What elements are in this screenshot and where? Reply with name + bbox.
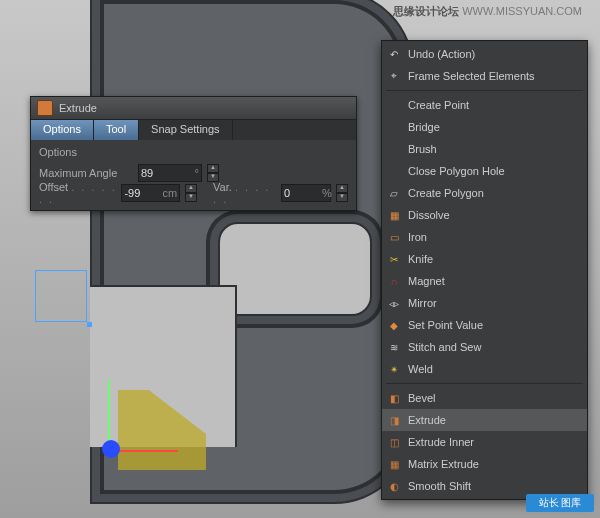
- dialog-title: Extrude: [59, 102, 97, 114]
- extrude-icon: ◨: [386, 412, 402, 428]
- dialog-titlebar[interactable]: Extrude: [31, 97, 356, 120]
- menu-mirror[interactable]: ◃▹Mirror: [382, 292, 587, 314]
- matrix-extrude-icon: ▦: [386, 456, 402, 472]
- menu-bridge[interactable]: Bridge: [382, 116, 587, 138]
- menu-weld[interactable]: ✴Weld: [382, 358, 587, 380]
- menu-frame-selected[interactable]: ⌖Frame Selected Elements: [382, 65, 587, 87]
- tab-snap-settings[interactable]: Snap Settings: [139, 120, 233, 140]
- menu-knife[interactable]: ✂Knife: [382, 248, 587, 270]
- section-label: Options: [39, 146, 348, 158]
- menu-close-polygon-hole[interactable]: Close Polygon Hole: [382, 160, 587, 182]
- axis-gizmo[interactable]: [100, 380, 180, 490]
- camera-frame-indicator: [35, 270, 87, 322]
- tab-options[interactable]: Options: [31, 120, 94, 140]
- create-poly-icon: ▱: [386, 185, 402, 201]
- extrude-dialog[interactable]: Extrude Options Tool Snap Settings Optio…: [30, 96, 357, 211]
- var-spinner[interactable]: ▲▼: [336, 184, 348, 202]
- menu-set-point-value[interactable]: ◆Set Point Value: [382, 314, 587, 336]
- var-label: Var. . . . . . .: [213, 181, 277, 205]
- iron-icon: ▭: [386, 229, 402, 245]
- menu-separator: [386, 383, 583, 384]
- menu-undo[interactable]: ↶Undo (Action): [382, 43, 587, 65]
- menu-dissolve[interactable]: ▦Dissolve: [382, 204, 587, 226]
- var-field[interactable]: %: [281, 184, 331, 202]
- set-point-icon: ◆: [386, 317, 402, 333]
- max-angle-label: Maximum Angle: [39, 167, 134, 179]
- menu-stitch-and-sew[interactable]: ≋Stitch and Sew: [382, 336, 587, 358]
- bridge-icon: [386, 119, 402, 135]
- bevel-icon: ◧: [386, 390, 402, 406]
- menu-magnet[interactable]: ∩Magnet: [382, 270, 587, 292]
- menu-create-point[interactable]: Create Point: [382, 94, 587, 116]
- menu-extrude[interactable]: ◨Extrude: [382, 409, 587, 431]
- corner-stamp: 站长 图库: [526, 494, 594, 512]
- stitch-icon: ≋: [386, 339, 402, 355]
- mirror-icon: ◃▹: [386, 295, 402, 311]
- extrude-inner-icon: ◫: [386, 434, 402, 450]
- var-input[interactable]: [282, 187, 322, 199]
- context-menu[interactable]: ↶Undo (Action) ⌖Frame Selected Elements …: [381, 40, 588, 500]
- menu-matrix-extrude[interactable]: ▦Matrix Extrude: [382, 453, 587, 475]
- magnet-icon: ∩: [386, 273, 402, 289]
- menu-bevel[interactable]: ◧Bevel: [382, 387, 587, 409]
- max-angle-input[interactable]: [139, 167, 195, 179]
- var-unit: %: [322, 187, 334, 199]
- offset-label: Offset . . . . . . .: [39, 181, 117, 205]
- menu-brush[interactable]: Brush: [382, 138, 587, 160]
- mesh-hole: [218, 222, 372, 316]
- offset-spinner[interactable]: ▲▼: [185, 184, 197, 202]
- watermark: 思缘设计论坛 WWW.MISSYUAN.COM: [393, 4, 582, 19]
- dialog-tabs: Options Tool Snap Settings: [31, 120, 356, 140]
- frame-icon: ⌖: [386, 68, 402, 84]
- offset-input[interactable]: [122, 187, 162, 199]
- menu-create-polygon[interactable]: ▱Create Polygon: [382, 182, 587, 204]
- menu-separator: [386, 90, 583, 91]
- smooth-shift-icon: ◐: [386, 478, 402, 494]
- max-angle-unit: °: [195, 167, 201, 179]
- menu-iron[interactable]: ▭Iron: [382, 226, 587, 248]
- max-angle-spinner[interactable]: ▲▼: [207, 164, 219, 182]
- brush-icon: [386, 141, 402, 157]
- close-poly-icon: [386, 163, 402, 179]
- tab-tool[interactable]: Tool: [94, 120, 139, 140]
- create-point-icon: [386, 97, 402, 113]
- undo-icon: ↶: [386, 46, 402, 62]
- axis-origin-handle[interactable]: [102, 440, 120, 458]
- offset-field[interactable]: cm: [121, 184, 180, 202]
- weld-icon: ✴: [386, 361, 402, 377]
- menu-extrude-inner[interactable]: ◫Extrude Inner: [382, 431, 587, 453]
- offset-unit: cm: [162, 187, 179, 199]
- dissolve-icon: ▦: [386, 207, 402, 223]
- extrude-icon: [37, 100, 53, 116]
- knife-icon: ✂: [386, 251, 402, 267]
- max-angle-field[interactable]: °: [138, 164, 202, 182]
